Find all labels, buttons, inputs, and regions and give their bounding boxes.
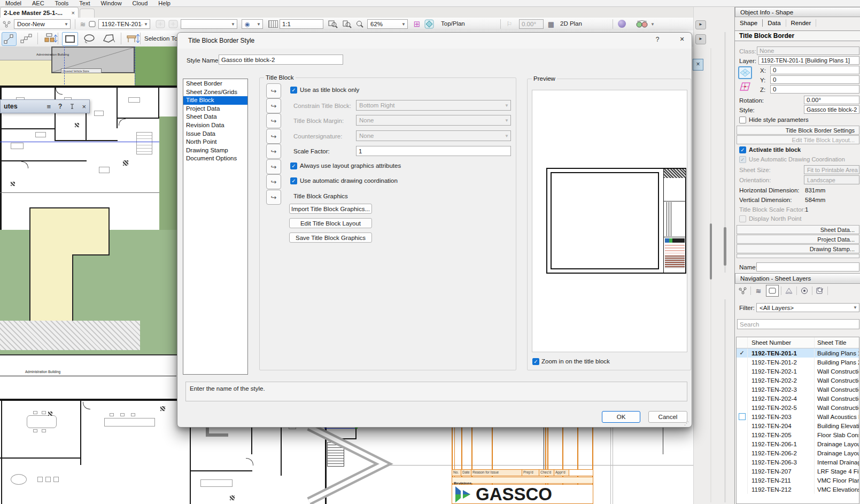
margin-combo[interactable]: None▼ xyxy=(356,115,511,126)
sheet-row[interactable]: 1192-TEN-201-2Building Plans 2 xyxy=(737,358,859,367)
selection-interactive-icon[interactable] xyxy=(2,32,17,46)
menu-bar[interactable]: ModelAECToolsTextWindowCloudHelp xyxy=(0,0,860,7)
nav-references-icon[interactable] xyxy=(738,286,748,296)
scale-field[interactable]: 1:1 xyxy=(280,19,323,29)
sheet-check-cell[interactable] xyxy=(737,394,748,403)
category-item-revision-data[interactable]: Revision Data xyxy=(183,121,247,130)
sheet-number-header[interactable]: Sheet Number xyxy=(748,337,815,348)
constrain-combo[interactable]: Bottom Right▼ xyxy=(356,100,511,111)
transfer-icon-4[interactable]: ↪ xyxy=(266,129,281,144)
resize-grip[interactable]: ⋰ xyxy=(684,421,689,426)
scale-factor-input[interactable]: 1 xyxy=(356,146,511,156)
render-mode-arrow-icon[interactable]: ▼ xyxy=(650,21,655,27)
zoom-title-block-checkbox[interactable]: ✓ xyxy=(532,358,539,365)
sheet-check-cell[interactable] xyxy=(737,358,748,367)
layers-stack-icon[interactable]: ≋ xyxy=(79,20,87,28)
plane-mode-icon[interactable] xyxy=(738,66,752,79)
nav-classes-icon[interactable] xyxy=(784,286,794,296)
countersignature-combo[interactable]: None▼ xyxy=(356,130,511,141)
sheet-check-cell[interactable] xyxy=(737,412,748,421)
y-field[interactable]: 0 xyxy=(770,75,859,84)
style-field[interactable]: Gassco title block-2 xyxy=(804,105,859,114)
dialog-titlebar[interactable]: Title Block Border Style ? ✕ xyxy=(177,33,692,49)
north-point-checkbox[interactable] xyxy=(739,215,746,222)
palette-help-icon[interactable]: ? xyxy=(58,103,62,110)
class-field[interactable]: None xyxy=(757,46,859,55)
canvas-scrollbar-thumb[interactable] xyxy=(710,223,712,280)
auto-drawing-coord-checkbox[interactable]: ✓ xyxy=(290,177,297,184)
plan-mode-label[interactable]: 2D Plan xyxy=(560,20,582,27)
project-data-button[interactable]: Project Data... xyxy=(737,235,859,244)
check-column-header[interactable] xyxy=(737,337,748,348)
sheet-checkbox[interactable] xyxy=(739,413,746,420)
tab-close-icon[interactable]: × xyxy=(72,10,75,16)
import-graphics-button[interactable]: Import Title Block Graphics... xyxy=(289,204,372,214)
view-mode-label[interactable]: Top/Plan xyxy=(441,20,465,27)
dialog-help-icon[interactable]: ? xyxy=(651,36,664,45)
category-item-drawing-stamp[interactable]: Drawing Stamp xyxy=(183,146,247,155)
sheet-row[interactable]: 1192-TEN-206-2Drainage Layouts xyxy=(737,448,859,458)
sheet-row[interactable]: 1192-TEN-203Wall Acoustics La xyxy=(737,412,859,421)
activate-tb-checkbox[interactable]: ✓ xyxy=(739,146,746,153)
nav-scrollbar-track[interactable] xyxy=(724,299,726,502)
sheet-data-button[interactable]: Sheet Data... xyxy=(737,225,859,234)
transfer-icon-2[interactable]: ↪ xyxy=(266,98,281,113)
close-pane-icon[interactable]: × xyxy=(693,59,703,71)
sheet-size-combo[interactable]: Fit to Printable Area xyxy=(804,165,859,174)
rotation-field[interactable]: 0.00° xyxy=(804,96,859,104)
sheet-page-icon[interactable] xyxy=(88,20,97,28)
rotate-plan-icon[interactable]: ⚐ xyxy=(505,20,514,28)
nav-design-layers-icon[interactable]: ≋ xyxy=(753,286,764,296)
sheet-check-cell[interactable] xyxy=(737,476,748,485)
menu-item-text[interactable]: Text xyxy=(79,0,90,6)
menu-item-aec[interactable]: AEC xyxy=(32,0,44,6)
palette-pin-icon[interactable] xyxy=(69,103,75,110)
search-input[interactable]: Search xyxy=(737,319,859,329)
sheet-row[interactable]: 1192-TEN-202-1Wall Construction xyxy=(737,367,859,376)
tab-data[interactable]: Data xyxy=(763,19,786,27)
tb-border-settings-button[interactable]: Title Block Border Settings xyxy=(737,126,859,135)
sheet-row[interactable]: 1192-TEN-202-5Wall Construction xyxy=(737,403,859,412)
layer-combo[interactable]: 1192-TEN-201-1 [▼ xyxy=(98,19,150,29)
sheet-check-cell[interactable] xyxy=(737,448,748,458)
menu-item-cloud[interactable]: Cloud xyxy=(133,0,148,6)
rectangle-marquee-icon[interactable] xyxy=(62,32,78,46)
plan-grid-icon[interactable]: ▦ xyxy=(546,20,556,28)
door-settings-icon[interactable] xyxy=(2,20,12,28)
nav-saved-views-icon[interactable] xyxy=(815,286,825,296)
dialog-close-icon[interactable]: ✕ xyxy=(676,36,688,45)
menu-item-tools[interactable]: Tools xyxy=(55,0,69,6)
always-layout-checkbox[interactable]: ✓ xyxy=(290,162,297,169)
menu-item-window[interactable]: Window xyxy=(100,0,121,6)
transfer-icon-6[interactable]: ↪ xyxy=(266,159,281,174)
navigation-header[interactable]: Navigation - Sheet Layers xyxy=(735,273,860,284)
sheet-title-header[interactable]: Sheet Title xyxy=(815,339,859,346)
category-item-title-block[interactable]: Title Block xyxy=(183,96,247,105)
sheet-check-cell[interactable] xyxy=(737,376,748,385)
door-style-combo[interactable]: Door-New▼ xyxy=(14,19,71,29)
flyover-icon[interactable] xyxy=(424,19,435,29)
transfer-icon-3[interactable]: ↪ xyxy=(266,113,281,128)
scale-ruler-icon[interactable] xyxy=(268,20,278,28)
hide-style-checkbox[interactable]: ✓ xyxy=(739,117,746,123)
save-graphics-button[interactable]: Save Title Block Graphics xyxy=(289,232,372,243)
oip-scrollbar-thumb[interactable] xyxy=(724,227,726,266)
tab-shape[interactable]: Shape xyxy=(735,19,763,27)
zoom-level-combo[interactable]: 62%▼ xyxy=(367,19,408,29)
sheet-check-cell[interactable] xyxy=(737,430,748,439)
edit-layout-button[interactable]: Edit Title Block Layout xyxy=(289,218,372,228)
orientation-combo[interactable]: Landscape xyxy=(804,175,859,184)
category-item-sheet-zones-grids[interactable]: Sheet Zones/Grids xyxy=(183,88,247,97)
selection-net-icon[interactable] xyxy=(19,32,33,45)
menu-item-help[interactable]: Help xyxy=(158,0,171,6)
attributes-palette-titlebar[interactable]: utes ≡ ? × xyxy=(0,99,90,113)
render-glasses-icon[interactable] xyxy=(635,19,649,29)
transfer-icon-1[interactable]: ↪ xyxy=(266,83,281,98)
style-name-input[interactable]: Gassco title block-2 xyxy=(219,55,343,65)
category-item-issue-data[interactable]: Issue Data xyxy=(183,130,247,138)
category-item-sheet-border[interactable]: Sheet Border xyxy=(183,80,247,88)
move-objects-icon[interactable] xyxy=(43,32,59,45)
sheet-row[interactable]: 1192-TEN-206-3Internal Drainage xyxy=(737,458,859,467)
category-item-project-data[interactable]: Project Data xyxy=(183,105,247,113)
sheet-row[interactable]: 1192-TEN-211VMC Floor Plan xyxy=(737,476,859,485)
